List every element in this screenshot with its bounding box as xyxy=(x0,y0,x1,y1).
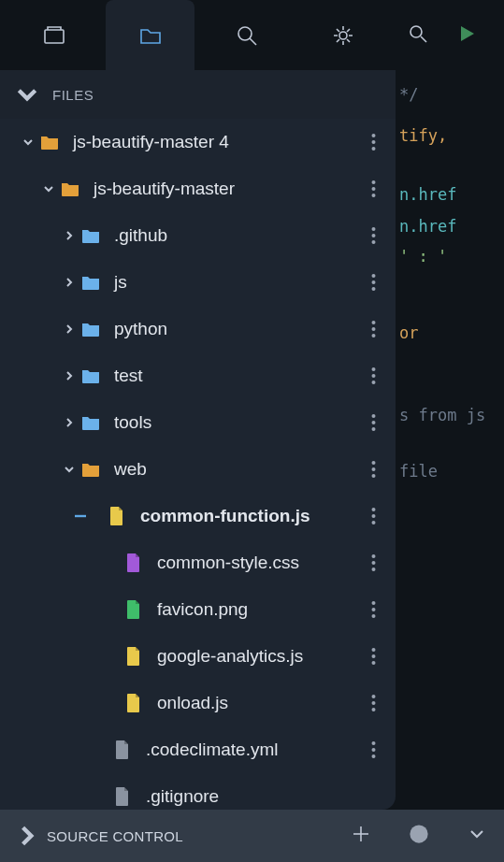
file-icon xyxy=(112,787,133,806)
tree-item[interactable]: python xyxy=(0,306,396,352)
svg-point-48 xyxy=(371,701,375,705)
modified-indicator[interactable] xyxy=(69,510,92,523)
tree-item[interactable]: .codeclimate.yml xyxy=(0,726,396,773)
svg-point-29 xyxy=(371,421,375,424)
svg-point-14 xyxy=(371,187,375,191)
file-icon xyxy=(123,694,144,712)
more-options-button[interactable] xyxy=(360,226,386,245)
more-options-button[interactable] xyxy=(360,600,386,619)
files-section-title: FILES xyxy=(52,87,392,103)
svg-point-43 xyxy=(371,614,375,618)
svg-point-32 xyxy=(371,467,375,471)
chevron-right-icon xyxy=(17,826,37,846)
svg-point-19 xyxy=(371,274,375,278)
play-icon xyxy=(455,22,478,45)
disclosure-toggle[interactable] xyxy=(58,323,80,336)
disclosure-toggle[interactable] xyxy=(37,182,60,195)
tree-item-label: test xyxy=(114,366,143,386)
tree-item[interactable]: js-beautify-master 4 xyxy=(0,119,396,165)
file-icon xyxy=(112,740,133,759)
svg-point-49 xyxy=(371,708,375,711)
tree-item[interactable]: favicon.png xyxy=(0,586,396,633)
folder-icon xyxy=(80,368,101,383)
search-icon xyxy=(407,22,429,45)
more-options-button[interactable] xyxy=(360,694,386,712)
run-button[interactable] xyxy=(455,22,478,49)
tab-tabs[interactable] xyxy=(9,0,98,70)
source-dropdown[interactable] xyxy=(467,824,487,848)
top-tabbar xyxy=(0,0,504,70)
svg-point-30 xyxy=(371,427,375,431)
folder-icon xyxy=(80,275,101,290)
tree-item-label: .github xyxy=(114,225,167,246)
tree-item[interactable]: tools xyxy=(0,399,396,446)
file-icon xyxy=(123,647,144,666)
svg-point-51 xyxy=(371,748,375,752)
more-options-button[interactable] xyxy=(360,507,386,525)
svg-point-18 xyxy=(371,240,375,244)
more-options-button[interactable] xyxy=(360,320,386,338)
source-control-header[interactable]: SOURCE CONTROL xyxy=(0,810,504,862)
disclosure-toggle[interactable] xyxy=(17,136,39,149)
more-options-button[interactable] xyxy=(360,273,386,292)
svg-line-2 xyxy=(250,38,256,45)
more-options-button[interactable] xyxy=(360,553,386,572)
more-options-button[interactable] xyxy=(360,647,386,666)
tree-item[interactable]: common-style.css xyxy=(0,539,396,586)
tree-item[interactable]: .github xyxy=(0,212,396,259)
tree-item[interactable]: web xyxy=(0,446,396,493)
tree-item[interactable]: js-beautify-master xyxy=(0,165,396,212)
svg-point-12 xyxy=(371,147,375,151)
tree-item-label: js-beautify-master 4 xyxy=(73,132,229,152)
svg-point-36 xyxy=(371,514,375,518)
svg-point-45 xyxy=(371,654,375,658)
tree-item-label: favicon.png xyxy=(157,599,248,620)
source-add-button[interactable] xyxy=(351,824,371,848)
disclosure-toggle[interactable] xyxy=(58,276,80,289)
svg-point-38 xyxy=(371,554,375,558)
file-icon xyxy=(123,600,144,619)
more-options-button[interactable] xyxy=(360,180,386,198)
tree-item-label: onload.js xyxy=(157,693,228,713)
source-dot-indicator xyxy=(409,824,429,848)
disclosure-toggle[interactable] xyxy=(58,463,80,476)
tab-search[interactable] xyxy=(202,0,291,70)
more-options-button[interactable] xyxy=(360,740,386,759)
tabs-icon xyxy=(41,22,67,49)
folder-icon xyxy=(39,135,60,150)
more-options-button[interactable] xyxy=(360,133,386,151)
disclosure-toggle[interactable] xyxy=(58,229,80,242)
disclosure-toggle[interactable] xyxy=(58,369,80,382)
svg-point-20 xyxy=(371,280,375,284)
tree-item[interactable]: common-function.js xyxy=(0,493,396,539)
svg-point-22 xyxy=(371,321,375,324)
tab-settings[interactable] xyxy=(298,0,387,70)
disclosure-toggle[interactable] xyxy=(58,416,80,429)
tree-item[interactable]: js xyxy=(0,259,396,306)
folder-icon xyxy=(80,322,101,337)
chevron-down-icon xyxy=(15,82,39,107)
svg-point-28 xyxy=(371,414,375,418)
folder-icon xyxy=(60,181,80,196)
svg-point-25 xyxy=(371,367,375,371)
more-options-button[interactable] xyxy=(360,413,386,432)
svg-point-1 xyxy=(238,27,252,40)
svg-point-44 xyxy=(371,648,375,652)
tree-item[interactable]: .gitignore xyxy=(0,773,396,810)
dot-icon xyxy=(409,824,429,844)
tree-item[interactable]: google-analytics.js xyxy=(0,633,396,680)
global-search-button[interactable] xyxy=(407,22,429,49)
svg-point-52 xyxy=(371,754,375,758)
tree-item-label: .gitignore xyxy=(146,786,219,807)
folder-icon xyxy=(80,462,101,477)
svg-point-27 xyxy=(371,381,375,384)
more-options-button[interactable] xyxy=(360,460,386,479)
tree-item[interactable]: test xyxy=(0,352,396,399)
svg-line-5 xyxy=(421,36,426,42)
svg-point-11 xyxy=(371,140,375,144)
more-options-button[interactable] xyxy=(360,366,386,385)
tree-item-label: js-beautify-master xyxy=(94,179,235,199)
tab-files[interactable] xyxy=(106,0,194,70)
tree-item[interactable]: onload.js xyxy=(0,680,396,726)
tree-item-label: common-function.js xyxy=(140,506,310,526)
